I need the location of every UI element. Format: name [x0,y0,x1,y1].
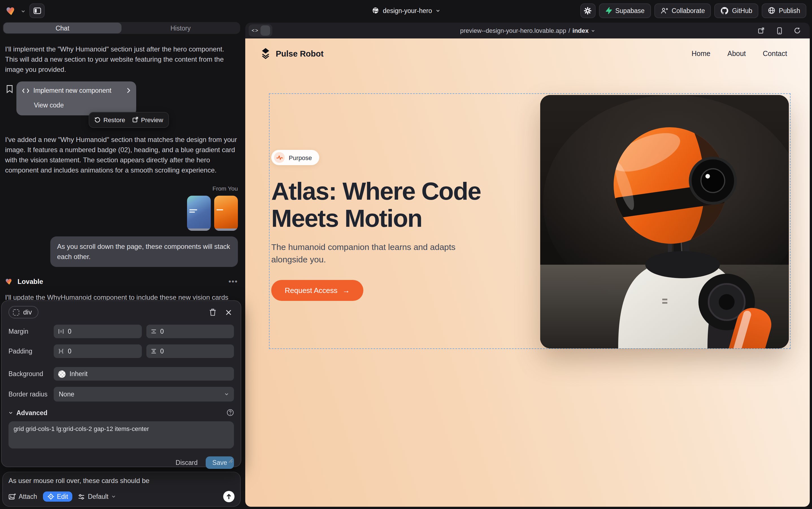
assistant-name: Lovable [17,276,225,286]
bookmark-icon[interactable] [6,85,13,96]
gear-icon [584,6,592,14]
refresh-button[interactable] [792,25,803,36]
url-chevron-icon [591,29,595,33]
tab-history[interactable]: History [121,23,239,33]
padding-label: Padding [8,348,54,354]
assistant-message-2: I've added a new "Why Humanoid" section … [5,134,238,175]
margin-x-icon [58,329,64,334]
chat-messages: I'll implement the "Why Humanoid" sectio… [3,34,240,338]
padding-x-input[interactable]: 0 [54,344,142,358]
github-button[interactable]: GitHub [714,3,759,18]
chat-composer[interactable]: As user mouse roll over, these cards sho… [2,472,241,507]
mode-select[interactable]: Default [78,493,116,500]
advanced-chevron-icon[interactable] [8,410,13,415]
border-radius-select[interactable]: None [54,387,234,402]
lovable-logo-icon[interactable] [6,5,17,16]
element-tag: div [23,308,32,316]
background-label: Background [8,370,54,377]
component-card-title: Implement new component [33,86,123,96]
edit-label: Edit [57,493,68,500]
supabase-button[interactable]: Supabase [599,3,651,18]
close-panel-button[interactable] [223,307,234,318]
padding-y-value: 0 [160,348,164,354]
project-chevron-icon [436,8,440,13]
selected-element-chip[interactable]: div [8,306,39,318]
project-name: design-your-hero [383,7,432,14]
publish-globe-icon [768,7,776,14]
open-preview-icon [132,116,138,123]
background-input[interactable]: Inherit [54,367,234,381]
code-toggle-icon: <> [250,26,260,36]
padding-y-input[interactable]: 0 [146,344,234,358]
attachment-thumbnails [5,195,238,231]
hero-subtitle: The humanoid companion that learns and a… [271,241,458,266]
lovable-heart-icon [5,277,13,285]
site-canvas: Pulse Robot Home About Contact Purpose [245,38,810,507]
tailwind-classes-input[interactable]: grid grid-cols-1 lg:grid-cols-2 gap-12 i… [8,421,234,448]
purpose-badge: Purpose [271,150,319,165]
preview-button[interactable]: Preview [132,114,163,125]
hero-headline: Atlas: Where Code Meets Motion [271,178,520,232]
preview-pane: <> preview--design-your-hero.lovable.app… [245,23,810,507]
edit-mode-button[interactable]: Edit [43,491,73,502]
sliders-icon [78,494,85,500]
toggle-sidebar-button[interactable] [29,3,45,18]
collaborate-button[interactable]: Collaborate [654,3,711,18]
publish-button[interactable]: Publish [762,3,806,18]
tab-chat[interactable]: Chat [3,23,121,33]
advanced-label[interactable]: Advanced [16,409,223,416]
workspace-chevron-icon[interactable] [21,5,26,15]
attach-image-icon [8,493,16,500]
project-switcher[interactable]: design-your-hero [372,0,440,21]
nav-contact[interactable]: Contact [763,49,787,58]
settings-button[interactable] [580,3,596,18]
collaborate-icon [660,7,668,14]
color-swatch-icon [58,370,66,377]
code-icon [22,88,29,93]
pulse-icon [274,152,285,163]
code-view-toggle[interactable]: <> [249,24,272,37]
help-icon[interactable] [227,409,234,416]
preview-url[interactable]: preview--design-your-hero.lovable.app / … [460,27,595,34]
supabase-icon [605,7,612,14]
delete-element-button[interactable] [207,307,218,318]
padding-x-icon [58,348,64,354]
github-icon [721,6,729,14]
background-value: Inherit [70,370,87,377]
composer-input[interactable]: As user mouse roll over, these cards sho… [8,477,234,485]
send-button[interactable] [223,491,234,502]
app-window: design-your-hero Supabase Collaborate Gi… [0,0,812,509]
attachment-thumbnail-orange[interactable] [214,195,238,231]
site-brand[interactable]: Pulse Robot [260,47,324,59]
nav-home[interactable]: Home [692,49,710,58]
discard-button[interactable]: Discard [176,459,198,466]
component-card[interactable]: Implement new component View code [16,81,136,115]
preview-domain: preview--design-your-hero.lovable.app [460,27,566,34]
mode-label: Default [88,493,109,500]
open-in-new-tab-button[interactable] [755,25,767,36]
mobile-view-button[interactable] [774,25,785,36]
arrow-right-icon: → [342,286,350,295]
view-code-link[interactable]: View code [34,100,131,110]
attachment-thumbnail-blue[interactable] [187,195,211,231]
external-link-icon [758,27,765,34]
restore-button[interactable]: Restore [95,114,125,125]
refresh-icon [794,27,801,34]
nav-about[interactable]: About [727,49,746,58]
close-icon [225,309,231,315]
margin-x-input[interactable]: 0 [54,325,142,338]
message-menu-button[interactable]: ••• [229,276,238,286]
top-bar: design-your-hero Supabase Collaborate Gi… [0,0,812,21]
request-access-label: Request Access [285,286,337,295]
margin-y-input[interactable]: 0 [146,325,234,338]
resize-handle-icon[interactable] [228,459,233,463]
send-arrow-icon [226,494,232,500]
attach-button[interactable]: Attach [8,493,37,500]
padding-y-icon [151,348,156,354]
user-message-bubble: As you scroll down the page, these compo… [50,236,238,267]
select-chevron-icon [224,392,229,397]
attach-label: Attach [19,493,37,500]
chat-sidebar: Chat History I'll implement the "Why Hum… [0,21,243,509]
request-access-button[interactable]: Request Access → [271,280,363,301]
edit-target-icon [47,493,54,500]
